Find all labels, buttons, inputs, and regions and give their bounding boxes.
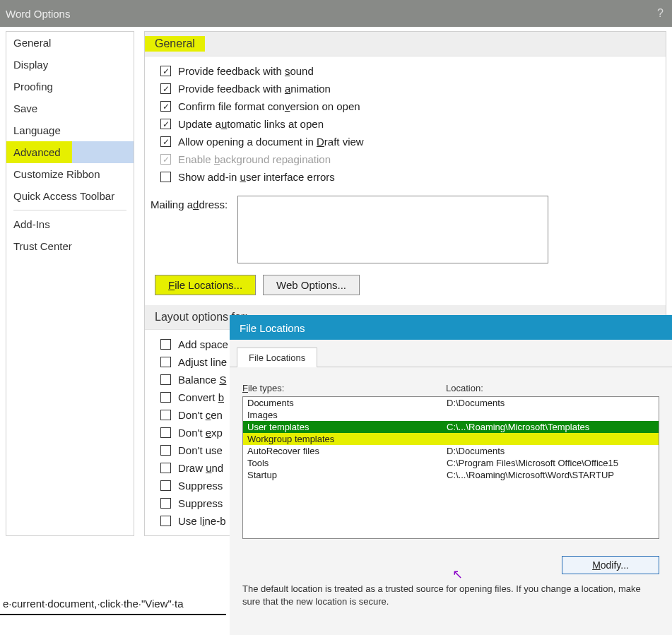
checkbox[interactable]: ✓	[160, 101, 171, 112]
general-option: ✓Provide feedback with animation	[155, 80, 656, 97]
checkbox[interactable]	[160, 480, 171, 491]
file-type: AutoRecover files	[247, 446, 447, 456]
mailing-address-textarea[interactable]	[237, 196, 548, 263]
tab-file-locations[interactable]: File Locations	[237, 348, 317, 367]
checkbox[interactable]	[160, 445, 171, 456]
modify-button[interactable]: Modify...	[562, 556, 659, 574]
window-title: Word Options	[6, 8, 654, 20]
checkbox[interactable]	[160, 172, 171, 182]
file-locations-list[interactable]: DocumentsD:\DocumentsImagesUser template…	[242, 396, 659, 539]
file-type: Images	[247, 410, 447, 420]
file-location: D:\Documents	[447, 446, 654, 456]
checkbox[interactable]: ✓	[160, 136, 171, 147]
dialog-title: File Locations	[230, 316, 672, 340]
option-label: Add space	[178, 338, 228, 350]
file-location	[447, 410, 654, 420]
sidebar-item-display[interactable]: Display	[6, 54, 134, 76]
file-type: Tools	[247, 458, 447, 468]
checkbox[interactable]	[160, 427, 171, 438]
general-buttons-row: File Locations... Web Options...	[145, 268, 666, 301]
mailing-address-label: Mailing address:	[151, 196, 228, 210]
sidebar-item-trust-center[interactable]: Trust Center	[6, 235, 134, 257]
file-location-row[interactable]: Workgroup templates	[243, 433, 659, 445]
sidebar-item-advanced[interactable]: Advanced	[6, 141, 72, 163]
window-titlebar: Word Options ?	[0, 0, 672, 27]
checkbox[interactable]: ✓	[160, 83, 171, 94]
sidebar: General Display Proofing Save Language A…	[6, 31, 134, 536]
column-header-file-types: File types:	[242, 383, 446, 393]
checkbox[interactable]	[160, 357, 171, 367]
section-title-general: General	[145, 36, 205, 52]
option-label: Use line-b	[178, 515, 226, 527]
sidebar-item-language[interactable]: Language	[6, 119, 134, 141]
option-label: Allow opening a document in Draft view	[178, 136, 364, 148]
general-option: ✓Confirm file format conversion on open	[155, 97, 656, 115]
checkbox[interactable]: ✓	[160, 66, 171, 76]
sidebar-item-quick-access-toolbar[interactable]: Quick Access Toolbar	[6, 185, 134, 207]
column-header-location: Location:	[446, 383, 659, 393]
general-option: ✓Update automatic links at open	[155, 115, 656, 133]
file-location: C:\...\Roaming\Microsoft\Templates	[447, 422, 654, 432]
general-option: ✓Enable background repagination	[155, 150, 656, 168]
column-headers: File types: Location:	[242, 383, 659, 393]
sidebar-item-customize-ribbon[interactable]: Customize Ribbon	[6, 163, 134, 185]
option-label: Provide feedback with sound	[178, 65, 314, 77]
option-label: Balance S	[178, 374, 226, 386]
file-location-row[interactable]: DocumentsD:\Documents	[243, 397, 659, 409]
option-label: Update automatic links at open	[178, 118, 324, 130]
checkbox[interactable]	[160, 410, 171, 420]
option-label: Suppress	[178, 497, 223, 509]
file-location-row[interactable]: AutoRecover filesD:\Documents	[243, 445, 659, 457]
file-location-row[interactable]: User templatesC:\...\Roaming\Microsoft\T…	[243, 421, 659, 433]
file-type: Workgroup templates	[247, 434, 447, 444]
file-location-row[interactable]: Images	[243, 409, 659, 421]
file-locations-button[interactable]: File Locations...	[155, 275, 256, 295]
checkbox: ✓	[160, 154, 171, 165]
file-location-row[interactable]: StartupC:\...\Roaming\Microsoft\Word\STA…	[243, 469, 659, 481]
general-option: ✓Provide feedback with sound	[155, 62, 656, 80]
file-location-row[interactable]: ToolsC:\Program Files\Microsoft Office\O…	[243, 457, 659, 469]
sidebar-item-proofing[interactable]: Proofing	[6, 76, 134, 97]
option-label: Don't exp	[178, 427, 223, 439]
checkbox[interactable]	[160, 463, 171, 473]
option-label: Adjust line	[178, 356, 227, 368]
sidebar-item-save[interactable]: Save	[6, 97, 134, 119]
sidebar-item-add-ins[interactable]: Add-Ins	[6, 213, 134, 235]
option-label: Draw und	[178, 462, 223, 474]
general-options: ✓Provide feedback with sound✓Provide fee…	[145, 57, 666, 191]
general-option: Show add-in user interface errors	[155, 168, 656, 186]
checkbox[interactable]	[160, 392, 171, 403]
section-header-general: General	[145, 32, 666, 57]
file-type: Documents	[247, 398, 447, 408]
checkbox[interactable]	[160, 516, 171, 526]
option-label: Show add-in user interface errors	[178, 171, 335, 183]
file-type: User templates	[247, 422, 447, 432]
dialog-note: The default location is treated as a tru…	[230, 578, 672, 612]
dialog-tab-strip: File Locations	[230, 347, 672, 367]
option-label: Provide feedback with animation	[178, 83, 331, 95]
checkbox[interactable]	[160, 374, 171, 385]
document-fragment-text: e·current·document,·click·the·"View"·ta	[0, 585, 226, 615]
sidebar-divider	[13, 210, 126, 210]
file-location: C:\...\Roaming\Microsoft\Word\STARTUP	[447, 470, 654, 480]
help-icon[interactable]: ?	[654, 7, 666, 20]
file-location: D:\Documents	[447, 398, 654, 408]
checkbox[interactable]	[160, 498, 171, 509]
dialog-button-row: Modify...	[230, 546, 672, 578]
mailing-address-row: Mailing address:	[145, 191, 666, 268]
option-label: Don't use	[178, 444, 223, 456]
checkbox[interactable]	[160, 339, 171, 350]
checkbox[interactable]: ✓	[160, 119, 171, 129]
sidebar-item-general[interactable]: General	[6, 32, 134, 54]
file-location: C:\Program Files\Microsoft Office\Office…	[447, 458, 654, 468]
option-label: Suppress	[178, 480, 223, 492]
option-label: Enable background repagination	[178, 153, 331, 165]
web-options-button[interactable]: Web Options...	[263, 275, 360, 295]
option-label: Convert b	[178, 391, 224, 403]
file-locations-dialog: File Locations File Locations File types…	[230, 315, 672, 635]
general-option: ✓Allow opening a document in Draft view	[155, 133, 656, 150]
option-label: Don't cen	[178, 409, 223, 421]
option-label: Confirm file format conversion on open	[178, 100, 360, 112]
file-type: Startup	[247, 470, 447, 480]
file-location	[447, 434, 654, 444]
